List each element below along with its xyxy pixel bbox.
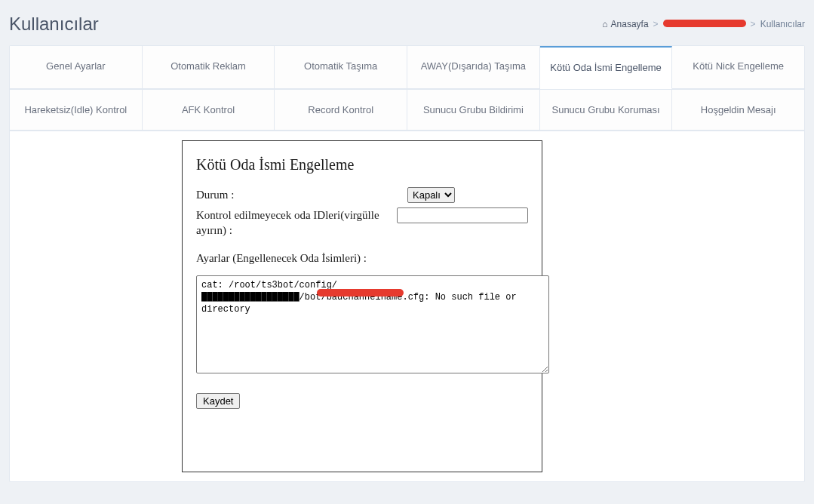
settings-textarea[interactable]: [196, 275, 549, 373]
breadcrumb-redacted: [663, 20, 746, 27]
breadcrumb-current: Kullanıcılar: [760, 19, 805, 29]
settings-label: Ayarlar (Engellenecek Oda İsimleri) :: [196, 252, 528, 265]
tab-record-control[interactable]: Record Kontrol: [275, 90, 407, 131]
tab-content: Kötü Oda İsmi Engelleme Durum : Kapalı A…: [10, 131, 804, 481]
tab-server-group-protect[interactable]: Sunucu Grubu Koruması: [540, 90, 673, 131]
status-label: Durum :: [196, 187, 403, 202]
breadcrumb-home[interactable]: ⌂ Anasayfa: [602, 19, 648, 29]
tab-welcome-message[interactable]: Hoşgeldin Mesajı: [672, 90, 804, 131]
tab-auto-move[interactable]: Otomatik Taşıma: [275, 46, 407, 89]
tabs-row-2: Hareketsiz(Idle) Kontrol AFK Kontrol Rec…: [10, 90, 804, 132]
breadcrumb-home-label: Anasayfa: [611, 19, 649, 29]
settings-panel: Kötü Oda İsmi Engelleme Durum : Kapalı A…: [182, 140, 542, 472]
tab-bad-channel-name[interactable]: Kötü Oda İsmi Engelleme: [540, 46, 673, 89]
tab-auto-advertise[interactable]: Otomatik Reklam: [143, 46, 275, 89]
panel-heading: Kötü Oda İsmi Engelleme: [196, 156, 528, 174]
ids-input[interactable]: [397, 207, 528, 223]
form-row-status: Durum : Kapalı Açık: [196, 187, 528, 203]
form-row-ids: Kontrol edilmeyecek oda IDleri(virgülle …: [196, 207, 528, 238]
tab-server-group-notify[interactable]: Sunucu Grubu Bildirimi: [407, 90, 540, 131]
tab-general-settings[interactable]: Genel Ayarlar: [10, 46, 143, 89]
tab-bad-nick[interactable]: Kötü Nick Engelleme: [672, 46, 804, 89]
status-select[interactable]: Kapalı Açık: [407, 187, 455, 203]
tabs-row-1: Genel Ayarlar Otomatik Reklam Otomatik T…: [10, 46, 804, 90]
tab-away-move[interactable]: AWAY(Dışarıda) Taşıma: [407, 46, 540, 89]
page-title: Kullanıcılar: [9, 14, 99, 35]
textarea-wrap: [196, 275, 549, 376]
tab-afk-control[interactable]: AFK Kontrol: [143, 90, 275, 131]
breadcrumb-sep: >: [653, 19, 659, 29]
breadcrumb-sep: >: [751, 19, 756, 29]
breadcrumb: ⌂ Anasayfa > > Kullanıcılar: [602, 19, 805, 29]
tabs-container: Genel Ayarlar Otomatik Reklam Otomatik T…: [9, 45, 805, 482]
save-button[interactable]: Kaydet: [196, 393, 240, 409]
tab-idle-control[interactable]: Hareketsiz(Idle) Kontrol: [10, 90, 143, 131]
home-icon: ⌂: [602, 19, 607, 29]
ids-label: Kontrol edilmeyecek oda IDleri(virgülle …: [196, 207, 392, 238]
